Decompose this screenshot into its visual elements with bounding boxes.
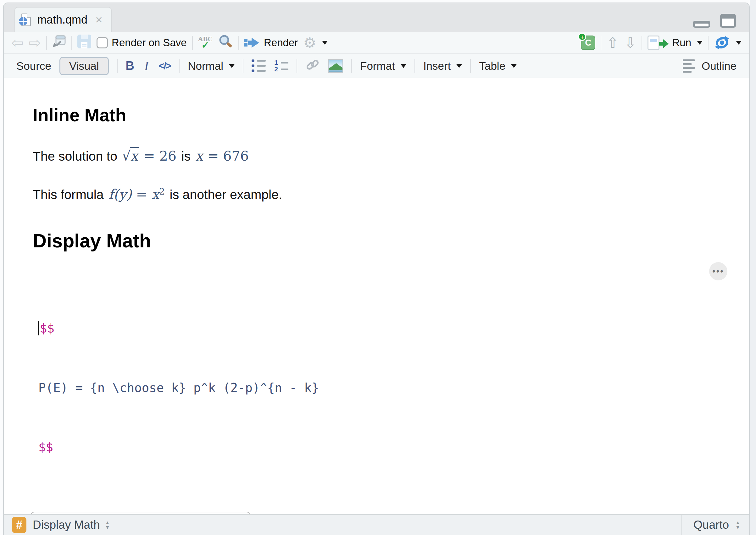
image-button[interactable] xyxy=(328,59,343,73)
visual-mode-button[interactable]: Visual xyxy=(59,57,109,75)
outline-toggle[interactable]: Outline xyxy=(683,59,737,72)
render-options-button[interactable]: ⚙ xyxy=(303,36,327,50)
divider xyxy=(46,36,47,50)
find-replace-icon[interactable] xyxy=(218,34,233,51)
divider xyxy=(601,36,601,50)
status-bar: # Display Math ▲▼ Quarto ▲▼ xyxy=(4,514,749,535)
math-source-line[interactable]: P(E) = {n \choose k} p^k (2-p)^{n - k} xyxy=(38,378,749,398)
chevron-down-icon xyxy=(511,64,517,68)
go-previous-section-icon[interactable]: ⇧ xyxy=(607,36,619,50)
divider xyxy=(297,59,297,73)
outline-icon xyxy=(683,59,695,72)
inline-math-x676: x = 676 xyxy=(196,148,249,164)
maximize-pane-icon[interactable] xyxy=(720,14,736,28)
numbered-list-button[interactable]: 1 2 xyxy=(274,60,288,71)
open-in-new-window-icon[interactable] xyxy=(52,35,66,50)
pane-controls xyxy=(693,14,736,28)
divider xyxy=(470,59,471,73)
chevron-down-icon xyxy=(456,64,462,68)
paragraph-inline-math-2[interactable]: This formula f(y) = x2 is another exampl… xyxy=(33,186,749,202)
format-menu[interactable]: Format xyxy=(360,60,406,72)
divider xyxy=(243,59,244,73)
forward-arrow-icon[interactable]: ⇨ xyxy=(29,36,41,50)
rstudio-editor-pane: math.qmd ✕ ⇦ ⇨ xyxy=(0,0,756,535)
divider xyxy=(708,36,709,50)
format-toolbar: Source Visual B I </> Normal 1 2 xyxy=(4,54,749,78)
divider xyxy=(238,36,239,50)
math-preview-box[interactable]: P(E) = ( nk ) p k (2 − p ) n−k xyxy=(31,512,251,514)
source-rerun-button[interactable] xyxy=(714,36,741,50)
divider xyxy=(72,36,72,50)
paragraph-style-dropdown[interactable]: Normal xyxy=(188,60,235,72)
insert-chunk-button[interactable]: C + xyxy=(581,36,595,50)
inline-code-button[interactable]: </> xyxy=(159,60,171,72)
inline-math-fy: f(y) = x2 xyxy=(108,186,165,202)
chevron-down-icon xyxy=(736,41,741,44)
divider xyxy=(415,59,415,73)
link-icon xyxy=(305,58,320,72)
tab-math-qmd[interactable]: math.qmd ✕ xyxy=(15,7,112,32)
divider xyxy=(192,36,193,50)
insert-menu[interactable]: Insert xyxy=(423,60,462,72)
back-arrow-icon[interactable]: ⇦ xyxy=(11,36,24,50)
math-source-block[interactable]: $$ P(E) = {n \choose k} p^k (2-p)^{n - k… xyxy=(33,279,749,497)
gear-icon: ⚙ xyxy=(303,36,316,50)
bold-button[interactable]: B xyxy=(126,59,134,72)
right-gutter xyxy=(750,0,756,535)
heading-hash-badge: # xyxy=(12,517,26,533)
render-on-save-label: Render on Save xyxy=(112,37,187,49)
italic-button[interactable]: I xyxy=(142,58,150,73)
main-toolbar: ⇦ ⇨ xyxy=(4,32,749,54)
visual-editor-surface[interactable]: Inline Math The solution to √x = 26 is x… xyxy=(4,78,749,514)
render-icon xyxy=(244,37,260,49)
divider xyxy=(179,59,180,73)
render-label: Render xyxy=(264,37,298,49)
ellipsis-icon: ••• xyxy=(712,267,724,276)
render-button[interactable]: Render xyxy=(244,37,298,49)
render-on-save-toggle[interactable]: Render on Save xyxy=(97,37,187,49)
minimize-pane-icon[interactable] xyxy=(693,21,710,28)
paragraph-inline-math-1[interactable]: The solution to √x = 26 is x = 676 xyxy=(33,148,749,164)
block-options-button[interactable]: ••• xyxy=(709,262,727,280)
run-icon xyxy=(648,36,659,50)
close-tab-icon[interactable]: ✕ xyxy=(95,14,103,25)
math-delimiter-open[interactable]: $$ xyxy=(38,319,749,338)
link-button[interactable] xyxy=(305,58,320,74)
bullet-list-button[interactable] xyxy=(251,59,266,72)
tab-bar: math.qmd ✕ xyxy=(4,3,749,32)
run-label: Run xyxy=(672,37,691,49)
quarto-document-icon xyxy=(21,14,31,26)
mode-selector-icon: ▲▼ xyxy=(735,520,740,530)
source-editor-window: math.qmd ✕ ⇦ ⇨ xyxy=(3,3,750,535)
chevron-down-icon xyxy=(401,64,406,68)
run-button[interactable]: Run xyxy=(648,36,703,50)
quarto-orb-icon xyxy=(19,17,27,25)
heading-display-math[interactable]: Display Math xyxy=(33,230,749,252)
location-selector-icon[interactable]: ▲▼ xyxy=(105,520,110,530)
divider xyxy=(117,59,118,73)
render-on-save-checkbox[interactable] xyxy=(97,37,108,48)
table-menu[interactable]: Table xyxy=(479,60,517,72)
text-cursor xyxy=(38,321,39,335)
document-location[interactable]: Display Math xyxy=(33,518,100,532)
divider xyxy=(642,36,642,50)
mode-selector[interactable]: Quarto ▲▼ xyxy=(682,515,749,535)
save-icon[interactable] xyxy=(77,35,91,51)
divider xyxy=(351,59,352,73)
math-delimiter-close[interactable]: $$ xyxy=(38,437,749,457)
go-next-section-icon[interactable]: ⇩ xyxy=(624,36,636,50)
chevron-down-icon xyxy=(697,41,703,44)
chevron-down-icon xyxy=(229,64,235,68)
tab-title: math.qmd xyxy=(37,13,87,26)
heading-inline-math[interactable]: Inline Math xyxy=(33,105,749,126)
mode-label: Quarto xyxy=(693,518,729,532)
sync-icon xyxy=(714,36,730,50)
spellcheck-icon[interactable]: ABC ✓ xyxy=(198,36,213,50)
source-mode-button[interactable]: Source xyxy=(16,60,51,72)
chevron-down-icon xyxy=(322,41,328,44)
inline-math-sqrt: √x = 26 xyxy=(122,148,176,164)
